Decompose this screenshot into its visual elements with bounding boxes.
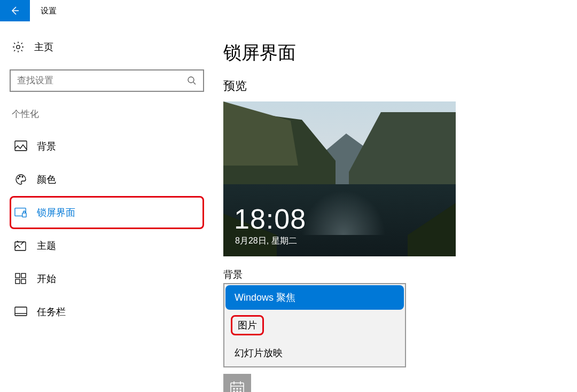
sidebar-section-label: 个性化 [10,108,204,130]
calendar-icon [229,380,245,392]
lockscreen-date: 8月28日, 星期二 [235,236,297,247]
sidebar-home-label: 主页 [34,41,53,53]
window-title: 设置 [41,6,57,16]
background-label: 背景 [223,256,577,283]
sidebar-item-start[interactable]: 开始 [10,262,204,295]
sidebar-item-label: 开始 [37,272,56,285]
dropdown-option-slideshow[interactable]: 幻灯片放映 [225,341,404,365]
sidebar-item-themes[interactable]: 主题 [10,229,204,262]
svg-point-5 [22,176,23,177]
calendar-button[interactable] [223,374,251,392]
lockscreen-time: 18:08 [234,203,306,235]
palette-icon [14,173,27,186]
search-input[interactable] [17,75,187,86]
dropdown-option-spotlight[interactable]: Windows 聚焦 [225,285,404,310]
search-box[interactable] [10,69,204,92]
background-dropdown[interactable]: Windows 聚焦 图片 幻灯片放映 [223,283,406,367]
preview-label: 预览 [223,78,577,101]
sidebar-item-label: 任务栏 [37,305,66,318]
start-icon [14,272,27,285]
svg-point-17 [240,388,241,389]
sidebar-item-colors[interactable]: 颜色 [10,163,204,196]
svg-point-0 [17,45,20,49]
sidebar: 主页 个性化 背景 颜色 锁屏界面 [0,21,214,392]
page-title: 锁屏界面 [223,21,577,78]
svg-rect-11 [15,279,20,284]
dropdown-option-picture[interactable]: 图片 [231,315,264,335]
svg-point-1 [188,77,194,83]
sidebar-item-label: 背景 [37,140,56,153]
back-button[interactable] [0,0,30,21]
titlebar: 设置 [0,0,577,21]
dropdown-option-label: 幻灯片放映 [235,348,283,358]
dropdown-option-label: 图片 [238,320,257,331]
dropdown-option-label: Windows 聚焦 [235,292,295,303]
lockscreen-preview: 18:08 8月28日, 星期二 [223,101,456,256]
content: 锁屏界面 预览 18:08 8月28日, 星期二 背景 Windows 聚焦 图… [214,21,577,392]
svg-point-15 [233,388,235,389]
sidebar-item-label: 颜色 [37,173,56,186]
sidebar-item-label: 主题 [37,239,56,252]
sidebar-item-background[interactable]: 背景 [10,130,204,163]
preview-reflection [298,187,389,235]
sidebar-item-home[interactable]: 主页 [10,21,204,64]
lockscreen-icon [14,206,27,219]
svg-point-4 [19,176,20,177]
sidebar-item-label: 锁屏界面 [37,206,75,219]
svg-rect-9 [15,273,20,278]
taskbar-icon [14,305,27,318]
svg-rect-7 [22,213,26,217]
svg-point-16 [237,388,238,389]
svg-point-3 [18,178,19,179]
svg-rect-2 [15,141,27,151]
search-icon [187,76,197,85]
arrow-left-icon [10,5,20,16]
svg-rect-13 [15,307,27,316]
sidebar-item-taskbar[interactable]: 任务栏 [10,295,204,328]
theme-icon [14,239,27,252]
svg-rect-10 [21,273,26,278]
gear-icon [12,41,25,53]
sidebar-item-lockscreen[interactable]: 锁屏界面 [10,196,204,229]
svg-rect-12 [21,279,26,284]
image-icon [14,140,27,153]
